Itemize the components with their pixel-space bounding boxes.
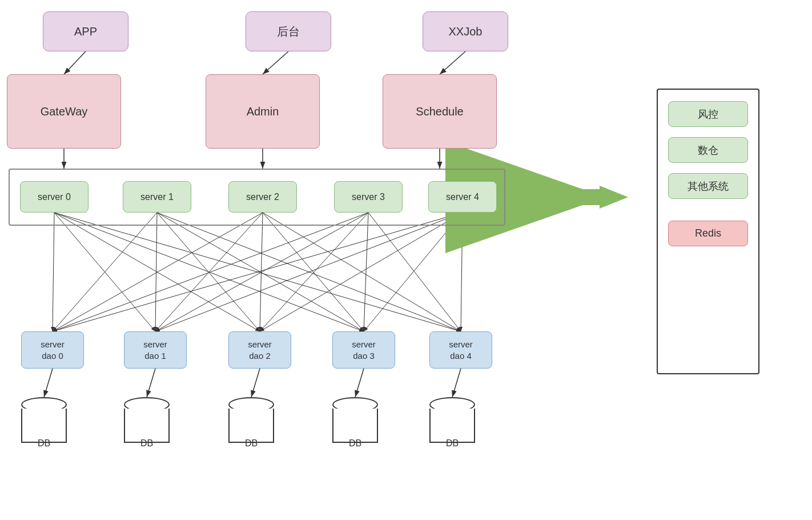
db-0-label: DB [38, 438, 50, 449]
db-3-label: DB [349, 438, 361, 449]
svg-line-35 [251, 369, 260, 397]
qita-item: 其他系统 [668, 173, 748, 199]
schedule-label: Schedule [416, 105, 463, 118]
svg-line-19 [155, 213, 263, 331]
app-client-box: APP [43, 11, 128, 51]
db-0: DB [21, 397, 67, 449]
redis-item: Redis [668, 221, 748, 246]
server-2-box: server 2 [228, 181, 297, 213]
fengkong-item: 风控 [668, 101, 748, 127]
dao-3-box: serverdao 3 [332, 331, 395, 369]
db-4-label: DB [446, 438, 459, 449]
server-2-label: server 2 [246, 192, 279, 202]
dao-4-box: serverdao 4 [429, 331, 492, 369]
db-1: DB [124, 397, 170, 449]
svg-line-24 [155, 213, 368, 331]
svg-line-4 [440, 51, 465, 74]
dao-2-box: serverdao 2 [228, 331, 291, 369]
svg-line-2 [64, 51, 86, 74]
server-4-label: server 4 [446, 192, 479, 202]
server-3-box: server 3 [334, 181, 403, 213]
dao-2-label: serverdao 2 [248, 339, 272, 361]
svg-line-34 [147, 369, 155, 397]
db-2: DB [228, 397, 274, 449]
redis-label: Redis [695, 227, 721, 239]
gateway-label: GateWay [41, 105, 88, 118]
diagram: APP 后台 XXJob GateWay Admin Schedule serv… [0, 0, 812, 520]
svg-line-30 [260, 213, 463, 331]
server-4-box: server 4 [428, 181, 497, 213]
xxjob-label: XXJob [449, 25, 483, 38]
svg-line-3 [263, 51, 288, 74]
schedule-box: Schedule [383, 74, 497, 149]
right-panel: 风控 数仓 其他系统 Redis [657, 89, 759, 374]
svg-line-25 [260, 213, 368, 331]
svg-marker-40 [600, 186, 628, 209]
svg-line-14 [155, 213, 157, 331]
svg-line-23 [53, 213, 368, 331]
svg-line-8 [53, 213, 54, 331]
svg-line-22 [263, 213, 461, 331]
svg-line-18 [53, 213, 263, 331]
db-3: DB [332, 397, 378, 449]
svg-line-27 [368, 213, 461, 331]
server-0-box: server 0 [20, 181, 89, 213]
svg-line-13 [53, 213, 157, 331]
server-3-label: server 3 [352, 192, 385, 202]
app-label: APP [74, 25, 97, 38]
admin-client-label: 后台 [277, 24, 300, 39]
svg-line-10 [54, 213, 260, 331]
svg-line-37 [452, 369, 461, 397]
server-0-label: server 0 [38, 192, 71, 202]
svg-line-21 [263, 213, 364, 331]
shucang-label: 数仓 [698, 143, 718, 157]
dao-4-label: serverdao 4 [449, 339, 473, 361]
dao-0-box: serverdao 0 [21, 331, 84, 369]
svg-line-33 [44, 369, 53, 397]
svg-line-17 [157, 213, 461, 331]
dao-3-label: serverdao 3 [352, 339, 376, 361]
svg-line-26 [364, 213, 368, 331]
svg-line-28 [53, 213, 463, 331]
svg-line-11 [54, 213, 364, 331]
svg-line-15 [157, 213, 260, 331]
dao-0-label: serverdao 0 [41, 339, 65, 361]
fengkong-label: 风控 [698, 107, 718, 121]
svg-line-36 [355, 369, 364, 397]
admin-client-box: 后台 [246, 11, 331, 51]
svg-line-20 [260, 213, 263, 331]
svg-line-16 [157, 213, 364, 331]
db-1-label: DB [140, 438, 153, 449]
svg-line-31 [364, 213, 463, 331]
shucang-item: 数仓 [668, 137, 748, 163]
db-2-label: DB [245, 438, 258, 449]
svg-line-9 [54, 213, 155, 331]
server-1-box: server 1 [123, 181, 191, 213]
svg-line-29 [155, 213, 463, 331]
admin-label: Admin [247, 105, 279, 118]
xxjob-client-box: XXJob [423, 11, 508, 51]
admin-service-box: Admin [206, 74, 320, 149]
qita-label: 其他系统 [688, 179, 729, 193]
gateway-box: GateWay [7, 74, 121, 149]
svg-line-32 [461, 213, 463, 331]
db-4: DB [429, 397, 475, 449]
dao-1-label: serverdao 1 [143, 339, 167, 361]
server-1-label: server 1 [140, 192, 174, 202]
dao-1-box: serverdao 1 [124, 331, 187, 369]
svg-line-12 [54, 213, 461, 331]
